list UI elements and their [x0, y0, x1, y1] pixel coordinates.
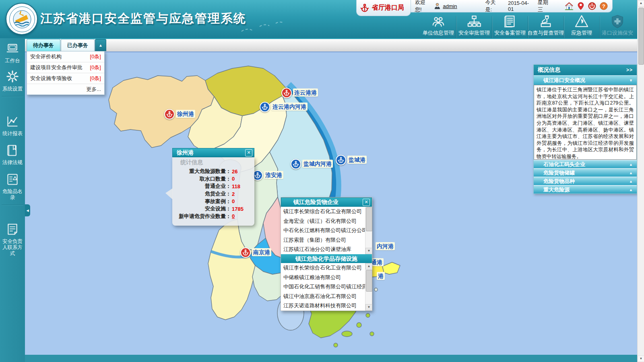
facility-row-4[interactable]: 镇江中油京惠石油化工有限公司 — [281, 292, 372, 301]
port-marker-徐州港[interactable] — [164, 109, 175, 119]
scrollbar-thumb[interactable] — [638, 8, 644, 65]
sidebar-item-6[interactable]: 安全负责人联系方式 — [0, 223, 25, 257]
overview-text: 镇江港位于长江三角洲暨江苏省中部的镇江市，地处京杭大运河与长江十字交汇处。上距南… — [534, 85, 637, 160]
stat-label: 安全设施： — [175, 205, 231, 212]
company-row-5[interactable]: 江苏镇江石油分公司谏壁油库 — [281, 245, 372, 254]
company-list: 镇江李长荣综合石化工业有限公司金海宏业（镇江）石化有限公司中石化长江燃料有限公司… — [281, 207, 372, 254]
bottom-bar — [25, 355, 644, 362]
stat-label: 新申请危货作业数量： — [175, 213, 231, 220]
port-label-连云港港[interactable]: 连云港港 — [293, 88, 318, 97]
scroll-up-icon[interactable]: ▲ — [365, 263, 372, 269]
port-label-淮安港[interactable]: 淮安港 — [264, 171, 283, 179]
date-label: 今天是: — [485, 0, 502, 13]
welcome-text: 欢迎您! — [415, 0, 432, 13]
facility-row-1[interactable]: 镇江李长荣综合石化工业有限公司 — [281, 263, 372, 273]
nav-item-3[interactable]: 安全备案管理 — [492, 16, 528, 38]
nav-item-6[interactable]: 港口设施保安 — [599, 16, 635, 38]
close-icon[interactable]: ✕ — [363, 199, 370, 206]
location-pin-icon[interactable] — [576, 2, 585, 10]
scroll-up-icon[interactable]: ▲ — [638, 0, 644, 6]
weekday-value: 星期三 — [538, 0, 553, 13]
accordion-item-1[interactable]: 石油化工码头企业▲ — [534, 160, 637, 168]
facility-row-5[interactable]: 江苏天诺道路材料科技有限公司 — [281, 301, 372, 311]
company-row-2[interactable]: 金海宏业（镇江）石化有限公司 — [281, 216, 372, 226]
tab-todo[interactable]: 待办事务 — [27, 39, 60, 51]
expand-link[interactable]: >> — [626, 67, 633, 73]
port-marker-南京港[interactable] — [240, 247, 251, 258]
todo-more-link[interactable]: 更多... — [27, 84, 104, 95]
facility-list: 镇江李长荣综合石化工业有限公司中储粮镇江粮油有限公司中国石化化工销售有限公司镇江… — [281, 263, 372, 311]
app-logo-icon — [6, 3, 38, 35]
tab-done[interactable]: 已办事务 — [61, 39, 95, 51]
sidebar-divider — [2, 205, 23, 205]
accordion-label: 石油化工码头企业 — [543, 161, 585, 168]
stat-value: 26 — [232, 169, 237, 175]
nav-item-4[interactable]: 自查与督查管理 — [528, 16, 564, 38]
panel-collapse-button[interactable]: ▲ — [95, 39, 106, 51]
help-icon[interactable]: ? — [599, 2, 608, 10]
inspection-icon — [539, 14, 553, 28]
port-label-盐城内河港[interactable]: 盐城内河港 — [302, 160, 333, 168]
port-marker-连云港内河港[interactable] — [260, 102, 270, 112]
sidebar-item-1[interactable]: 工作台 — [0, 42, 25, 64]
date-value: 2015-04-01 — [508, 0, 535, 12]
stat-row-7: 新申请危货作业数量：0 — [175, 213, 251, 220]
nav-label: 港口设施保安 — [602, 29, 633, 37]
company-row-4[interactable]: 江苏索普（集团）有限公司 — [281, 235, 372, 245]
port-marker-盐城港[interactable] — [336, 155, 346, 165]
sidebar-divider — [2, 96, 23, 97]
page-title: 江苏省港口安全监管与应急管理系统 — [40, 10, 246, 27]
stat-value[interactable]: 0 — [232, 213, 235, 219]
accordion-item-4[interactable]: 重大危险源▲ — [534, 186, 637, 193]
port-label-partial-港[interactable]: 港 — [377, 272, 385, 280]
nav-item-1[interactable]: 单位信息管理 — [421, 16, 456, 38]
zhenjiang-popup-titlebar: 镇江危险货物企业 ✕ — [281, 197, 372, 207]
nav-item-2[interactable]: 安全审批管理 — [456, 16, 492, 38]
header-decoration — [239, 19, 292, 35]
port-label-南京港[interactable]: 南京港 — [252, 248, 271, 256]
scroll-down-icon[interactable]: ▼ — [365, 248, 372, 254]
section-label: 镇江港口安全概况 — [543, 77, 585, 84]
chart-icon — [6, 115, 19, 130]
stat-row-2: 取水口数量：0 — [175, 175, 251, 183]
sidebar-item-label: 工作台 — [1, 58, 24, 64]
scroll-down-icon[interactable]: ▼ — [365, 304, 372, 311]
popup-scrollbar[interactable]: ▼ — [365, 207, 372, 254]
todo-item-2[interactable]: 建设项目安全条件审批[0条] — [27, 62, 104, 73]
nav-item-5[interactable]: 应急管理 — [564, 16, 599, 38]
port-label-盐城港[interactable]: 盐城港 — [347, 156, 367, 164]
popup-scrollbar[interactable]: ▲ ▼ — [365, 263, 372, 311]
port-label-连云港内河港[interactable]: 连云港内河港 — [271, 103, 308, 111]
port-marker-连云港港[interactable] — [281, 88, 292, 98]
sidebar-item-3[interactable]: 统计报表 — [0, 115, 25, 137]
sidebar-collapse-icon[interactable]: ◀ — [25, 204, 30, 216]
todo-item-3[interactable]: 安全设施专项验收[0条] — [27, 73, 104, 84]
accordion-item-3[interactable]: 危险货物品种▲ — [534, 177, 637, 185]
hazard-list-icon — [6, 173, 19, 187]
section-zhenjiang-overview[interactable]: 镇江港口安全概况 ▼ — [534, 76, 637, 85]
accordion-item-2[interactable]: 危险货物储罐▲ — [534, 169, 637, 177]
scroll-down-icon[interactable]: ▼ — [638, 356, 644, 362]
close-icon[interactable]: ✕ — [245, 149, 252, 156]
org-badge: 省厅港口局 — [356, 0, 411, 16]
username-link[interactable]: admin — [443, 3, 457, 9]
sidebar-item-2[interactable]: 系统设置 — [0, 70, 25, 92]
sidebar-item-5[interactable]: 危险品名录 — [0, 173, 25, 201]
facility-row-3[interactable]: 中国石化化工销售有限公司镇江经营部 — [281, 282, 372, 292]
port-label-partial-内河港[interactable]: 内河港 — [376, 242, 395, 250]
power-icon[interactable] — [588, 2, 597, 10]
sidebar-item-4[interactable]: 法律法规 — [0, 144, 25, 166]
port-marker-盐城内河港[interactable] — [291, 159, 301, 169]
storage-section-header: 镇江危险化学品存储设施 — [281, 254, 372, 263]
facility-row-2[interactable]: 中储粮镇江粮油有限公司 — [281, 273, 372, 282]
browser-scrollbar[interactable]: ▲ ▼ — [637, 0, 644, 362]
company-row-3[interactable]: 中石化长江燃料有限公司镇江分公司 — [281, 226, 372, 235]
overview-panel: 概况信息 >> 镇江港口安全概况 ▼ 镇江港位于长江三角洲暨江苏省中部的镇江市，… — [533, 64, 637, 194]
sidebar-item-label: 法律法规 — [1, 160, 24, 166]
workbench-icon — [6, 42, 19, 57]
home-icon[interactable] — [565, 2, 574, 10]
company-row-1[interactable]: 镇江李长荣综合石化工业有限公司 — [281, 207, 372, 216]
port-label-徐州港[interactable]: 徐州港 — [176, 110, 195, 118]
stat-value: 0 — [232, 176, 235, 182]
todo-item-1[interactable]: 安全评价机构[0条] — [27, 51, 104, 62]
